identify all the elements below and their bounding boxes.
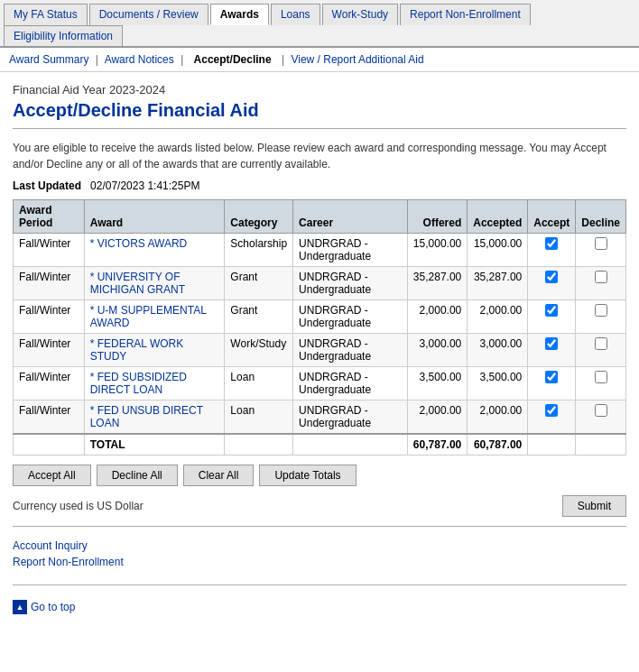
total-row: TOTAL 60,787.00 60,787.00 [14, 434, 626, 456]
cell-accept-checkbox[interactable] [528, 334, 576, 367]
account-inquiry-link[interactable]: Account Inquiry [13, 539, 626, 552]
subnav-view-report[interactable]: View / Report Additional Aid [291, 53, 423, 66]
last-updated-label: Last Updated [13, 180, 81, 192]
total-decline [576, 434, 626, 456]
award-link[interactable]: * FED SUBSIDIZED DIRECT LOAN [90, 371, 187, 396]
total-label-empty [14, 434, 85, 456]
action-buttons: Accept All Decline All Clear All Update … [13, 465, 626, 486]
total-career [293, 434, 408, 456]
go-to-top-link[interactable]: ▲ Go to top [13, 596, 626, 618]
go-to-top-label: Go to top [31, 601, 75, 613]
cell-period: Fall/Winter [14, 400, 85, 435]
decline-checkbox[interactable] [595, 337, 607, 350]
accept-checkbox[interactable] [545, 371, 558, 383]
cell-career: UNDRGRAD - Undergraduate [293, 334, 408, 367]
tab-documents-review[interactable]: Documents / Review [89, 4, 208, 25]
cell-accept-checkbox[interactable] [528, 300, 576, 334]
award-link[interactable]: * FED UNSUB DIRECT LOAN [90, 404, 203, 429]
table-row: Fall/Winter * FED UNSUB DIRECT LOAN Loan… [14, 400, 626, 435]
table-row: Fall/Winter * U-M SUPPLEMENTAL AWARD Gra… [14, 300, 626, 334]
table-row: Fall/Winter * UNIVERSITY OF MICHIGAN GRA… [14, 267, 626, 300]
cell-decline-checkbox[interactable] [576, 367, 626, 400]
cell-offered: 15,000.00 [407, 234, 467, 267]
cell-accept-checkbox[interactable] [528, 234, 576, 267]
cell-award: * UNIVERSITY OF MICHIGAN GRANT [84, 267, 225, 300]
cell-category: Loan [225, 400, 293, 435]
cell-period: Fall/Winter [14, 334, 85, 367]
cell-career: UNDRGRAD - Undergraduate [293, 267, 408, 300]
main-content: Financial Aid Year 2023-2024 Accept/Decl… [0, 72, 639, 629]
title-divider [13, 128, 626, 129]
accept-checkbox[interactable] [545, 304, 558, 317]
cell-category: Loan [225, 367, 293, 400]
update-totals-button[interactable]: Update Totals [259, 465, 356, 486]
table-row: Fall/Winter * FEDERAL WORK STUDY Work/St… [14, 334, 626, 367]
award-link[interactable]: * U-M SUPPLEMENTAL AWARD [90, 304, 207, 329]
col-header-offered: Offered [407, 200, 467, 234]
award-link[interactable]: * UNIVERSITY OF MICHIGAN GRANT [90, 271, 185, 296]
decline-checkbox[interactable] [595, 404, 607, 417]
cell-category: Grant [225, 267, 293, 300]
cell-accept-checkbox[interactable] [528, 400, 576, 435]
cell-category: Scholarship [225, 234, 293, 267]
cell-category: Grant [225, 300, 293, 334]
col-header-career: Career [293, 200, 408, 234]
accept-checkbox[interactable] [545, 271, 558, 283]
awards-table: Award Period Award Category Career Offer… [13, 199, 626, 456]
subnav-award-summary[interactable]: Award Summary [9, 53, 88, 66]
cell-award: * VICTORS AWARD [84, 234, 225, 267]
sub-nav: Award Summary | Award Notices | Accept/D… [0, 48, 639, 72]
cell-accepted: 35,287.00 [468, 267, 528, 300]
col-header-category: Category [225, 200, 293, 234]
accept-all-button[interactable]: Accept All [13, 465, 91, 486]
last-updated-value: 02/07/2023 1:41:25PM [90, 180, 199, 192]
report-non-enrollment-link[interactable]: Report Non-Enrollment [13, 556, 626, 568]
cell-career: UNDRGRAD - Undergraduate [293, 300, 408, 334]
cell-period: Fall/Winter [14, 267, 85, 300]
cell-decline-checkbox[interactable] [576, 400, 626, 435]
accept-checkbox[interactable] [545, 237, 558, 250]
cell-decline-checkbox[interactable] [576, 267, 626, 300]
subnav-accept-decline: Accept/Decline [194, 53, 272, 66]
bottom-divider [13, 526, 626, 527]
cell-decline-checkbox[interactable] [576, 234, 626, 267]
decline-all-button[interactable]: Decline All [97, 465, 178, 486]
total-label: TOTAL [84, 434, 225, 456]
cell-category: Work/Study [225, 334, 293, 367]
financial-year: Financial Aid Year 2023-2024 [13, 83, 626, 97]
cell-offered: 3,500.00 [407, 367, 467, 400]
decline-checkbox[interactable] [595, 237, 607, 250]
decline-checkbox[interactable] [595, 304, 607, 317]
tab-work-study[interactable]: Work-Study [322, 4, 398, 25]
tab-report-non-enrollment[interactable]: Report Non-Enrollment [400, 4, 531, 25]
clear-all-button[interactable]: Clear All [183, 465, 255, 486]
tab-my-fa-status[interactable]: My FA Status [4, 4, 88, 25]
accept-checkbox[interactable] [545, 337, 558, 350]
cell-offered: 35,287.00 [407, 267, 467, 300]
tab-loans[interactable]: Loans [271, 4, 320, 25]
cell-offered: 3,000.00 [407, 334, 467, 367]
cell-award: * FED UNSUB DIRECT LOAN [84, 400, 225, 435]
table-row: Fall/Winter * VICTORS AWARD Scholarship … [14, 234, 626, 267]
cell-award: * FED SUBSIDIZED DIRECT LOAN [84, 367, 225, 400]
last-updated: Last Updated 02/07/2023 1:41:25PM [13, 180, 626, 192]
cell-decline-checkbox[interactable] [576, 334, 626, 367]
submit-button[interactable]: Submit [562, 495, 626, 517]
tab-awards[interactable]: Awards [210, 4, 269, 25]
go-to-top-icon: ▲ [13, 600, 27, 614]
award-link[interactable]: * FEDERAL WORK STUDY [90, 337, 184, 363]
cell-accept-checkbox[interactable] [528, 367, 576, 400]
cell-award: * U-M SUPPLEMENTAL AWARD [84, 300, 225, 334]
tab-eligibility-information[interactable]: Eligibility Information [4, 25, 123, 46]
subnav-award-notices[interactable]: Award Notices [105, 53, 174, 66]
cell-accepted: 15,000.00 [468, 234, 528, 267]
total-accepted: 60,787.00 [468, 434, 528, 456]
cell-accepted: 2,000.00 [468, 400, 528, 435]
cell-accept-checkbox[interactable] [528, 267, 576, 300]
award-link[interactable]: * VICTORS AWARD [90, 237, 188, 250]
accept-checkbox[interactable] [545, 404, 558, 417]
decline-checkbox[interactable] [595, 371, 607, 383]
cell-decline-checkbox[interactable] [576, 300, 626, 334]
footer-divider [13, 585, 626, 585]
decline-checkbox[interactable] [595, 271, 607, 283]
